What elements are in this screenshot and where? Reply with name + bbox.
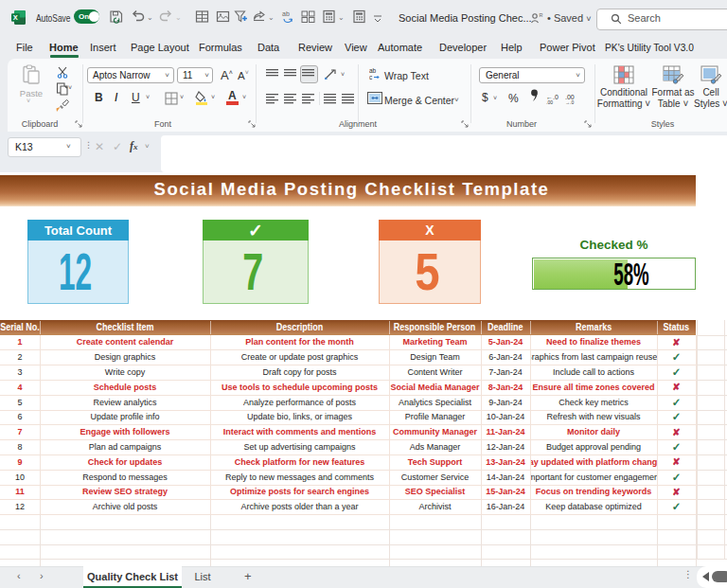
svg-text:→.0: →.0 [565, 99, 574, 104]
svg-text:c: c [369, 74, 373, 80]
svg-text:R: R [540, 12, 543, 18]
svg-text:.00: .00 [546, 99, 553, 104]
svg-text:ab: ab [282, 10, 290, 17]
svg-text:ab: ab [369, 67, 377, 74]
svg-text:X: X [13, 13, 18, 22]
